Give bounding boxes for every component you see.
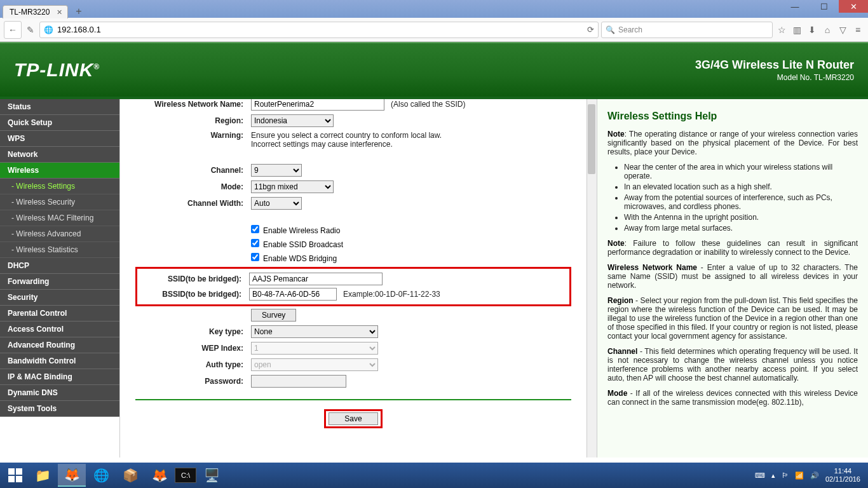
url-text: 192.168.0.1 xyxy=(57,25,101,34)
tray-volume-icon[interactable]: 🔊 xyxy=(810,471,819,480)
sidebar-item-system[interactable]: System Tools xyxy=(0,401,119,417)
keytype-select[interactable]: None xyxy=(251,325,378,338)
channel-width-select[interactable]: Auto xyxy=(251,197,302,210)
channel-label: Channel: xyxy=(135,166,251,175)
tray-network-icon[interactable]: 📶 xyxy=(795,471,804,480)
model-number: Model No. TL-MR3220 xyxy=(695,73,854,82)
sidebar-sub-wireless-advanced[interactable]: - Wireless Advanced xyxy=(0,226,119,242)
chwidth-label: Channel Width: xyxy=(135,199,251,208)
sidebar-item-status[interactable]: Status xyxy=(0,99,119,115)
sidebar-item-forwarding[interactable]: Forwarding xyxy=(0,274,119,290)
bookmark-icon[interactable]: ☆ xyxy=(775,25,788,35)
wepindex-label: WEP Index: xyxy=(135,344,251,353)
browser-tab[interactable]: TL-MR3220 ✕ xyxy=(3,5,68,18)
sidebar-item-network[interactable]: Network xyxy=(0,147,119,163)
taskbar-firefox2-icon[interactable]: 🦊 xyxy=(146,464,173,487)
pocket-icon[interactable]: ▽ xyxy=(836,25,849,35)
taskbar-explorer-icon[interactable]: 📁 xyxy=(29,464,57,487)
reload-icon[interactable]: ⟳ xyxy=(587,25,594,34)
taskbar-app-icon[interactable]: 🖥️ xyxy=(198,464,226,487)
taskbar-virtualbox-icon[interactable]: 📦 xyxy=(116,464,144,487)
warning-label: Warning: xyxy=(135,131,251,140)
sidebar-sub-wireless-mac[interactable]: - Wireless MAC Filtering xyxy=(0,210,119,226)
search-icon: 🔍 xyxy=(606,25,615,34)
sidebar-item-dhcp[interactable]: DHCP xyxy=(0,258,119,274)
readability-icon[interactable]: ✎ xyxy=(24,25,37,35)
sidebar-sub-wireless-security[interactable]: - Wireless Security xyxy=(0,194,119,210)
downloads-icon[interactable]: ⬇ xyxy=(806,25,818,35)
ssid-hint: (Also called the SSID) xyxy=(391,100,465,109)
sidebar-item-ipmac[interactable]: IP & MAC Binding xyxy=(0,369,119,385)
enable-radio-checkbox[interactable] xyxy=(251,225,259,233)
sidebar-nav: Status Quick Setup WPS Network Wireless … xyxy=(0,99,119,458)
wireless-name-input[interactable] xyxy=(251,99,384,111)
ssid-bridge-label: SSID(to be bridged): xyxy=(140,274,249,283)
channel-select[interactable]: 9 xyxy=(251,164,302,177)
sidebar-item-ddns[interactable]: Dynamic DNS xyxy=(0,385,119,401)
scroll-thumb[interactable] xyxy=(588,104,595,174)
menu-icon[interactable]: ≡ xyxy=(851,25,864,35)
tab-title: TL-MR3220 xyxy=(10,8,50,17)
sidebar-item-parental[interactable]: Parental Control xyxy=(0,306,119,322)
warning-text: Ensure you select a correct country to c… xyxy=(251,131,442,149)
sidebar-item-wps[interactable]: WPS xyxy=(0,131,119,147)
authtype-label: Auth type: xyxy=(135,360,251,369)
window-maximize-button[interactable]: ☐ xyxy=(810,0,839,13)
new-tab-button[interactable]: + xyxy=(72,6,85,17)
window-minimize-button[interactable]: — xyxy=(780,0,810,13)
wepindex-select: 1 xyxy=(251,342,378,355)
keyboard-icon[interactable]: ⌨ xyxy=(755,471,765,480)
taskbar-cmd-icon[interactable]: C:\ xyxy=(175,468,196,483)
taskbar-chrome-icon[interactable]: 🌐 xyxy=(87,464,115,487)
library-icon[interactable]: ▥ xyxy=(790,25,803,35)
authtype-select: open xyxy=(251,358,378,371)
keytype-label: Key type: xyxy=(135,327,251,336)
sidebar-item-quick-setup[interactable]: Quick Setup xyxy=(0,115,119,131)
bssid-example: Example:00-1D-0F-11-22-33 xyxy=(343,290,440,299)
main-scrollbar[interactable] xyxy=(587,99,597,458)
sidebar-item-bandwidth[interactable]: Bandwidth Control xyxy=(0,353,119,369)
enable-ssid-checkbox[interactable] xyxy=(251,239,259,247)
home-icon[interactable]: ⌂ xyxy=(821,25,834,35)
globe-icon: 🌐 xyxy=(44,25,53,34)
sidebar-item-wireless[interactable]: Wireless xyxy=(0,163,119,179)
mode-select[interactable]: 11bgn mixed xyxy=(251,180,334,193)
tray-clock[interactable]: 11:44 02/11/2016 xyxy=(825,467,860,484)
back-button[interactable]: ← xyxy=(4,21,22,39)
enable-wds-checkbox[interactable] xyxy=(251,253,259,261)
mode-label: Mode: xyxy=(135,182,251,191)
window-close-button[interactable]: ✕ xyxy=(839,0,868,13)
brand-logo: TP-LINK® xyxy=(14,59,100,81)
wds-bridge-section: SSID(to be bridged): BSSID(to be bridged… xyxy=(135,267,571,306)
region-select[interactable]: Indonesia xyxy=(251,114,334,127)
tab-close-icon[interactable]: ✕ xyxy=(57,8,62,17)
sidebar-item-adv-routing[interactable]: Advanced Routing xyxy=(0,337,119,353)
bssid-bridge-input[interactable] xyxy=(249,288,337,301)
tray-flag-icon[interactable]: 🏳 xyxy=(782,471,789,479)
survey-button[interactable]: Survey xyxy=(251,309,296,322)
password-label: Password: xyxy=(135,377,251,386)
url-bar[interactable]: 🌐 192.168.0.1 ⟳ xyxy=(39,22,599,38)
region-label: Region: xyxy=(135,116,251,125)
password-input xyxy=(251,375,346,388)
sidebar-item-access[interactable]: Access Control xyxy=(0,322,119,337)
bssid-bridge-label: BSSID(to be bridged): xyxy=(140,290,249,299)
sidebar-sub-wireless-statistics[interactable]: - Wireless Statistics xyxy=(0,242,119,258)
search-placeholder: Search xyxy=(618,25,642,34)
sidebar-item-security[interactable]: Security xyxy=(0,290,119,306)
taskbar-firefox-icon[interactable]: 🦊 xyxy=(58,464,86,487)
start-button[interactable] xyxy=(3,463,28,488)
tray-arrow-icon[interactable]: ▴ xyxy=(771,471,775,480)
search-bar[interactable]: 🔍 Search xyxy=(601,22,773,38)
wname-label: Wireless Network Name: xyxy=(135,100,251,109)
help-title: Wireless Settings Help xyxy=(607,111,858,122)
save-button[interactable]: Save xyxy=(329,412,377,425)
help-panel: Wireless Settings Help Note: The operati… xyxy=(597,99,868,458)
sidebar-sub-wireless-settings[interactable]: - Wireless Settings xyxy=(0,179,119,194)
product-name: 3G/4G Wireless Lite N Router xyxy=(695,58,854,72)
ssid-bridge-input[interactable] xyxy=(249,273,383,285)
